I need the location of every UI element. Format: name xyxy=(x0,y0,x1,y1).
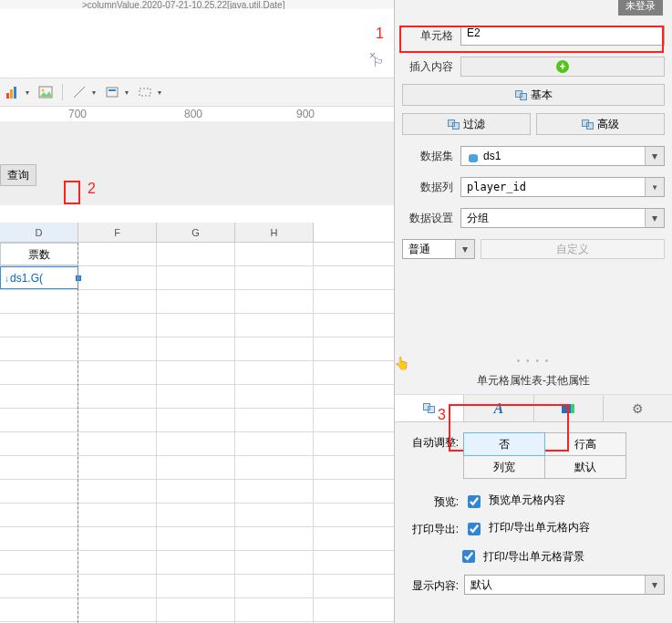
svg-rect-1 xyxy=(10,89,13,99)
annotation-box-2 xyxy=(64,181,80,204)
autoadjust-default[interactable]: 默认 xyxy=(544,455,626,479)
display-select[interactable]: 默认 xyxy=(464,575,665,595)
basic-label: 基本 xyxy=(531,88,553,103)
datasetting-select[interactable]: 分组 xyxy=(460,208,665,228)
selected-cell[interactable]: ↓ds1.G( xyxy=(0,266,78,289)
column-header-row: D F G H xyxy=(0,223,394,243)
datasetting-label: 数据设置 xyxy=(402,211,453,226)
gear-icon: ⚙ xyxy=(632,401,644,416)
svg-rect-6 xyxy=(107,88,118,97)
annotation-2: 2 xyxy=(88,181,96,197)
col-header-D[interactable]: D xyxy=(0,223,78,242)
print-bg-checkbox[interactable] xyxy=(462,550,475,563)
printexport-label: 打印导出: xyxy=(402,520,459,537)
autoadjust-no[interactable]: 否 xyxy=(463,432,545,456)
copy-icon xyxy=(423,403,435,413)
dataset-label: 数据集 xyxy=(402,149,453,164)
col-header-F[interactable]: F xyxy=(78,223,157,242)
format-toolbar: ▾ ▾ ▾ ▾ xyxy=(0,78,394,107)
style-dropdown[interactable]: ▾ xyxy=(125,88,129,97)
datacol-label: 数据列 xyxy=(402,180,453,195)
svg-rect-8 xyxy=(140,88,150,96)
other-properties-title: 单元格属性表-其他属性 xyxy=(395,366,672,395)
rect-dropdown[interactable]: ▾ xyxy=(158,88,161,97)
table-row: 票数 xyxy=(0,243,394,266)
query-area: 查询 xyxy=(0,121,394,205)
chart-icon[interactable] xyxy=(5,85,20,99)
tab-area xyxy=(0,36,394,73)
display-label: 显示内容: xyxy=(402,576,459,594)
cell-value: ds1.G( xyxy=(10,272,43,285)
right-panel: 未登录 单元格 E2 插入内容 + 基本 过滤 高级 数据集 ds1 数据列 p… xyxy=(394,0,672,623)
preview-checkbox[interactable] xyxy=(468,495,481,508)
preview-label: 预览: xyxy=(402,493,459,510)
database-icon xyxy=(467,151,480,162)
table-row: ↓ds1.G( xyxy=(0,266,394,290)
svg-rect-2 xyxy=(14,87,16,99)
dataset-select[interactable]: ds1 xyxy=(460,146,665,166)
col-header-H[interactable]: H xyxy=(235,223,314,242)
advanced-button[interactable]: 高级 xyxy=(536,113,665,135)
insert-content-label: 插入内容 xyxy=(402,59,453,75)
style-icon[interactable] xyxy=(105,85,119,99)
custom-button: 自定义 xyxy=(481,239,665,259)
svg-rect-0 xyxy=(6,93,9,99)
panel-grip[interactable]: • • • • xyxy=(395,356,672,366)
query-button[interactable]: 查询 xyxy=(0,164,36,186)
copy-icon xyxy=(582,119,594,130)
filter-button[interactable]: 过滤 xyxy=(402,113,531,135)
col-header-G[interactable]: G xyxy=(157,223,235,242)
svg-point-4 xyxy=(42,89,45,92)
chart-dropdown[interactable]: ▾ xyxy=(26,88,29,97)
cell[interactable] xyxy=(157,243,235,265)
cell[interactable] xyxy=(235,243,314,265)
datacol-select[interactable]: player_id xyxy=(460,177,665,197)
ruler-mark-700: 700 xyxy=(68,108,87,120)
ruler-mark-900: 900 xyxy=(296,108,315,120)
print-bg-label: 打印/导出单元格背景 xyxy=(483,549,584,565)
copy-icon xyxy=(448,119,460,130)
svg-line-5 xyxy=(74,87,85,98)
left-pane: >columnValue.2020-07-21-10.25.22[java.ut… xyxy=(0,0,394,623)
rect-icon[interactable] xyxy=(138,85,152,99)
top-status-text: >columnValue.2020-07-21-10.25.22[java.ut… xyxy=(0,0,394,9)
spreadsheet-grid[interactable]: D F G H 票数 ↓ds1.G( xyxy=(0,223,394,623)
svg-rect-7 xyxy=(109,89,116,91)
tab-settings[interactable]: ⚙ xyxy=(604,395,672,421)
expand-arrow-icon: ↓ xyxy=(5,274,9,284)
basic-button[interactable]: 基本 xyxy=(402,84,665,106)
cell[interactable] xyxy=(235,266,314,289)
preview-chk-label: 预览单元格内容 xyxy=(489,493,565,508)
filter-label: 过滤 xyxy=(463,117,485,132)
image-icon[interactable] xyxy=(38,85,53,99)
annotation-1: 1 xyxy=(376,26,384,42)
insert-content-button[interactable]: + xyxy=(460,57,665,77)
cell[interactable] xyxy=(78,266,157,289)
copy-icon xyxy=(515,90,527,100)
advanced-label: 高级 xyxy=(597,117,619,132)
line-dropdown[interactable]: ▾ xyxy=(92,88,96,97)
ruler-mark-800: 800 xyxy=(184,108,202,120)
cell[interactable] xyxy=(157,266,235,289)
cell[interactable] xyxy=(78,243,157,265)
horizontal-ruler: 700 800 900 xyxy=(0,107,394,121)
hand-grab-icon[interactable]: 👆 xyxy=(394,356,409,370)
login-badge[interactable]: 未登录 xyxy=(618,0,663,16)
dataset-value: ds1 xyxy=(483,150,501,162)
annotation-3: 3 xyxy=(438,407,446,423)
line-icon[interactable] xyxy=(72,85,87,99)
print-content-label: 打印/导出单元格内容 xyxy=(489,520,590,535)
mode-select[interactable]: 普通 xyxy=(402,239,475,259)
print-content-checkbox[interactable] xyxy=(468,523,481,535)
page-break-line xyxy=(78,243,78,623)
insert-content-row: 插入内容 + xyxy=(395,51,672,82)
plus-icon: + xyxy=(556,60,569,73)
annotation-box-1 xyxy=(399,26,664,53)
autoadjust-colwidth[interactable]: 列宽 xyxy=(463,455,545,479)
flag-icon[interactable]: 🏳 xyxy=(372,55,385,69)
cell-header[interactable]: 票数 xyxy=(0,243,78,265)
